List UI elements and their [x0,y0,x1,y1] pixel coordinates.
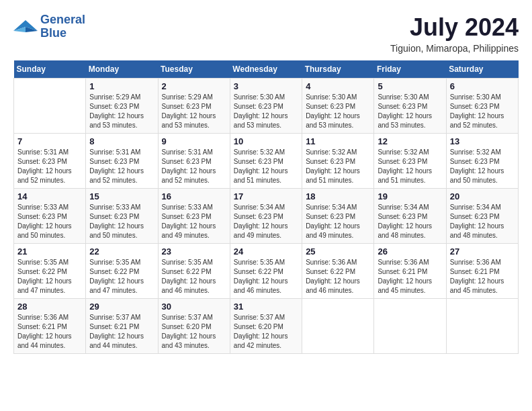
day-info: Sunrise: 5:34 AM Sunset: 6:23 PM Dayligh… [450,203,515,240]
col-wednesday: Wednesday [230,60,302,79]
col-saturday: Saturday [446,60,518,79]
table-row [14,79,86,134]
day-number: 11 [306,136,370,146]
table-row: 9Sunrise: 5:31 AM Sunset: 6:23 PM Daylig… [158,134,230,189]
col-monday: Monday [86,60,158,79]
table-row: 20Sunrise: 5:34 AM Sunset: 6:23 PM Dayli… [446,189,518,244]
logo: GeneralBlue [13,13,85,40]
calendar-week-5: 28Sunrise: 5:36 AM Sunset: 6:21 PM Dayli… [14,299,519,354]
day-number: 12 [378,136,442,146]
day-info: Sunrise: 5:34 AM Sunset: 6:23 PM Dayligh… [234,203,298,240]
day-number: 18 [306,191,370,201]
logo-icon [13,17,38,36]
day-number: 13 [450,136,515,146]
table-row: 27Sunrise: 5:36 AM Sunset: 6:21 PM Dayli… [446,244,518,299]
day-info: Sunrise: 5:36 AM Sunset: 6:21 PM Dayligh… [450,258,515,295]
table-row: 14Sunrise: 5:33 AM Sunset: 6:23 PM Dayli… [14,189,86,244]
day-info: Sunrise: 5:36 AM Sunset: 6:22 PM Dayligh… [306,258,370,295]
day-number: 2 [162,81,226,91]
day-info: Sunrise: 5:37 AM Sunset: 6:20 PM Dayligh… [234,313,298,351]
day-info: Sunrise: 5:36 AM Sunset: 6:21 PM Dayligh… [378,258,442,295]
day-info: Sunrise: 5:31 AM Sunset: 6:23 PM Dayligh… [17,148,82,185]
table-row: 16Sunrise: 5:33 AM Sunset: 6:23 PM Dayli… [158,189,230,244]
day-info: Sunrise: 5:34 AM Sunset: 6:23 PM Dayligh… [378,203,442,240]
day-info: Sunrise: 5:35 AM Sunset: 6:22 PM Dayligh… [162,258,226,295]
day-number: 6 [450,81,515,91]
day-info: Sunrise: 5:31 AM Sunset: 6:23 PM Dayligh… [162,148,226,185]
day-number: 22 [89,246,154,257]
table-row: 3Sunrise: 5:30 AM Sunset: 6:23 PM Daylig… [230,79,302,134]
table-row: 23Sunrise: 5:35 AM Sunset: 6:22 PM Dayli… [158,244,230,299]
day-info: Sunrise: 5:32 AM Sunset: 6:23 PM Dayligh… [234,148,298,185]
day-info: Sunrise: 5:36 AM Sunset: 6:21 PM Dayligh… [17,313,82,351]
day-number: 9 [162,136,226,146]
day-number: 25 [306,246,370,257]
day-number: 7 [17,136,82,146]
day-info: Sunrise: 5:35 AM Sunset: 6:22 PM Dayligh… [89,258,154,295]
day-number: 14 [17,191,82,201]
table-row: 10Sunrise: 5:32 AM Sunset: 6:23 PM Dayli… [230,134,302,189]
day-info: Sunrise: 5:32 AM Sunset: 6:23 PM Dayligh… [450,148,515,185]
table-row: 31Sunrise: 5:37 AM Sunset: 6:20 PM Dayli… [230,299,302,354]
table-row: 7Sunrise: 5:31 AM Sunset: 6:23 PM Daylig… [14,134,86,189]
table-row: 26Sunrise: 5:36 AM Sunset: 6:21 PM Dayli… [374,244,446,299]
day-number: 3 [234,81,298,91]
table-row: 18Sunrise: 5:34 AM Sunset: 6:23 PM Dayli… [302,189,374,244]
day-info: Sunrise: 5:32 AM Sunset: 6:23 PM Dayligh… [306,148,370,185]
table-row [302,299,374,354]
day-number: 5 [378,81,442,91]
title-block: July 2024 Tiguion, Mimaropa, Philippines [390,13,519,54]
day-number: 20 [450,191,515,201]
table-row: 8Sunrise: 5:31 AM Sunset: 6:23 PM Daylig… [86,134,158,189]
table-row: 29Sunrise: 5:37 AM Sunset: 6:21 PM Dayli… [86,299,158,354]
table-row: 15Sunrise: 5:33 AM Sunset: 6:23 PM Dayli… [86,189,158,244]
table-row: 24Sunrise: 5:35 AM Sunset: 6:22 PM Dayli… [230,244,302,299]
day-number: 21 [17,246,82,257]
day-info: Sunrise: 5:30 AM Sunset: 6:23 PM Dayligh… [378,93,442,130]
calendar-table: Sunday Monday Tuesday Wednesday Thursday… [13,60,519,354]
month-year-title: July 2024 [390,13,519,42]
day-number: 15 [89,191,154,201]
day-info: Sunrise: 5:30 AM Sunset: 6:23 PM Dayligh… [234,93,298,130]
table-row: 5Sunrise: 5:30 AM Sunset: 6:23 PM Daylig… [374,79,446,134]
day-info: Sunrise: 5:33 AM Sunset: 6:23 PM Dayligh… [17,203,82,240]
table-row: 13Sunrise: 5:32 AM Sunset: 6:23 PM Dayli… [446,134,518,189]
day-number: 27 [450,246,515,257]
day-info: Sunrise: 5:35 AM Sunset: 6:22 PM Dayligh… [234,258,298,295]
col-thursday: Thursday [302,60,374,79]
day-number: 19 [378,191,442,201]
day-number: 8 [89,136,154,146]
table-row: 17Sunrise: 5:34 AM Sunset: 6:23 PM Dayli… [230,189,302,244]
day-info: Sunrise: 5:35 AM Sunset: 6:22 PM Dayligh… [17,258,82,295]
calendar-header-row: Sunday Monday Tuesday Wednesday Thursday… [14,60,519,79]
logo-text: GeneralBlue [40,13,85,40]
day-number: 16 [162,191,226,201]
table-row: 1Sunrise: 5:29 AM Sunset: 6:23 PM Daylig… [86,79,158,134]
table-row [446,299,518,354]
day-info: Sunrise: 5:37 AM Sunset: 6:20 PM Dayligh… [162,313,226,351]
table-row: 30Sunrise: 5:37 AM Sunset: 6:20 PM Dayli… [158,299,230,354]
table-row: 21Sunrise: 5:35 AM Sunset: 6:22 PM Dayli… [14,244,86,299]
day-info: Sunrise: 5:30 AM Sunset: 6:23 PM Dayligh… [306,93,370,130]
day-info: Sunrise: 5:29 AM Sunset: 6:23 PM Dayligh… [162,93,226,130]
day-number: 23 [162,246,226,257]
day-number: 28 [17,302,82,312]
day-info: Sunrise: 5:32 AM Sunset: 6:23 PM Dayligh… [378,148,442,185]
table-row: 6Sunrise: 5:30 AM Sunset: 6:23 PM Daylig… [446,79,518,134]
day-number: 26 [378,246,442,257]
day-number: 4 [306,81,370,91]
day-number: 29 [89,302,154,312]
table-row: 4Sunrise: 5:30 AM Sunset: 6:23 PM Daylig… [302,79,374,134]
page-header: GeneralBlue July 2024 Tiguion, Mimaropa,… [13,13,519,54]
day-info: Sunrise: 5:33 AM Sunset: 6:23 PM Dayligh… [162,203,226,240]
location-label: Tiguion, Mimaropa, Philippines [390,43,519,54]
calendar-week-3: 14Sunrise: 5:33 AM Sunset: 6:23 PM Dayli… [14,189,519,244]
day-info: Sunrise: 5:37 AM Sunset: 6:21 PM Dayligh… [89,313,154,351]
table-row: 11Sunrise: 5:32 AM Sunset: 6:23 PM Dayli… [302,134,374,189]
table-row: 2Sunrise: 5:29 AM Sunset: 6:23 PM Daylig… [158,79,230,134]
day-number: 24 [234,246,298,257]
day-number: 10 [234,136,298,146]
day-info: Sunrise: 5:31 AM Sunset: 6:23 PM Dayligh… [89,148,154,185]
table-row: 19Sunrise: 5:34 AM Sunset: 6:23 PM Dayli… [374,189,446,244]
day-info: Sunrise: 5:29 AM Sunset: 6:23 PM Dayligh… [89,93,154,130]
